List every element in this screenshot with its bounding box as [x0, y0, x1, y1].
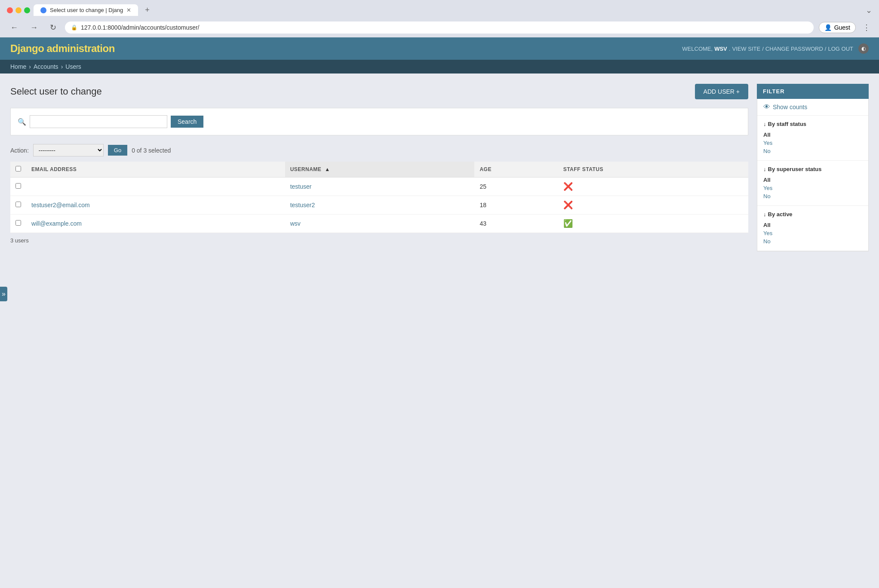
- new-tab-button[interactable]: +: [141, 6, 153, 15]
- breadcrumb-users: Users: [65, 63, 81, 70]
- row-age-0: 25: [474, 178, 558, 196]
- filter-arrow-2: ↓: [763, 211, 766, 217]
- browser-tab[interactable]: Select user to change | Djang ✕: [34, 4, 138, 16]
- select-all-header[interactable]: [10, 162, 26, 178]
- security-icon: 🔒: [71, 24, 77, 31]
- log-out-link[interactable]: LOG OUT: [828, 46, 853, 52]
- go-button[interactable]: Go: [108, 145, 127, 156]
- col-email: EMAIL ADDRESS: [26, 162, 285, 178]
- sidebar-collapse-button[interactable]: »: [0, 287, 7, 301]
- browser-bar: ← → ↻ 🔒 127.0.0.1:8000/admin/accounts/cu…: [7, 19, 872, 37]
- search-bar: 🔍 Search: [10, 108, 748, 135]
- show-counts-label: Show counts: [773, 104, 807, 110]
- email-link-1[interactable]: testuser2@email.com: [31, 202, 90, 208]
- filter-group-1: ↓ By superuser statusAllYesNo: [757, 161, 868, 206]
- col-age: AGE: [474, 162, 558, 178]
- back-button[interactable]: ←: [7, 21, 22, 34]
- row-username-1[interactable]: testuser2: [285, 196, 475, 214]
- profile-label: Guest: [834, 24, 850, 31]
- filter-groups: ↓ By staff statusAllYesNo↓ By superuser …: [757, 116, 868, 251]
- theme-toggle-button[interactable]: ◐: [858, 43, 869, 54]
- welcome-text: WELCOME,: [682, 46, 713, 52]
- filter-link-0-1[interactable]: Yes: [763, 139, 862, 147]
- breadcrumb-bar: Home › Accounts › Users: [0, 60, 879, 74]
- breadcrumb-home[interactable]: Home: [10, 63, 26, 70]
- close-window-button[interactable]: [7, 7, 13, 13]
- row-checkbox-cell[interactable]: [10, 196, 26, 214]
- filter-header: FILTER: [757, 84, 869, 99]
- filter-link-0-2[interactable]: No: [763, 147, 862, 155]
- minimize-window-button[interactable]: [15, 7, 22, 13]
- table-header-row: EMAIL ADDRESS USERNAME ▲ AGE STAFF STATU…: [10, 162, 748, 178]
- table-row: will@example.com wsv 43 ✅: [10, 214, 748, 233]
- row-checkbox-cell[interactable]: [10, 178, 26, 196]
- filter-link-2-1[interactable]: Yes: [763, 229, 862, 237]
- maximize-window-button[interactable]: [24, 7, 30, 13]
- filter-link-1-1[interactable]: Yes: [763, 184, 862, 192]
- username-link-2[interactable]: wsv: [290, 220, 301, 227]
- filter-link-1-2[interactable]: No: [763, 192, 862, 200]
- window-controls: [7, 7, 30, 13]
- search-icon: 🔍: [18, 118, 26, 126]
- row-staff-status-2: ✅: [558, 214, 748, 233]
- header-nav: WELCOME, WSV. VIEW SITE / CHANGE PASSWOR…: [682, 43, 869, 54]
- page-title: Select user to change: [10, 86, 102, 97]
- action-select[interactable]: --------- Delete selected users: [33, 144, 104, 156]
- breadcrumb-sep-1: ›: [29, 63, 31, 70]
- row-email-1: testuser2@email.com: [26, 196, 285, 214]
- row-username-0[interactable]: testuser: [285, 178, 475, 196]
- show-counts-row[interactable]: 👁 Show counts: [757, 99, 868, 116]
- browser-chrome: Select user to change | Djang ✕ + ⌄ ← → …: [0, 0, 879, 37]
- profile-icon: 👤: [824, 24, 832, 31]
- django-admin-title: Django administration: [10, 43, 115, 55]
- row-username-2[interactable]: wsv: [285, 214, 475, 233]
- browser-menu-button[interactable]: ⋮: [861, 21, 872, 34]
- table-row: testuser 25 ❌: [10, 178, 748, 196]
- username-link-0[interactable]: testuser: [290, 183, 312, 190]
- users-table: EMAIL ADDRESS USERNAME ▲ AGE STAFF STATU…: [10, 162, 748, 233]
- select-all-checkbox[interactable]: [15, 166, 21, 172]
- email-link-2[interactable]: will@example.com: [31, 220, 82, 227]
- row-age-2: 43: [474, 214, 558, 233]
- url-text: 127.0.0.1:8000/admin/accounts/customuser…: [81, 24, 808, 31]
- row-checkbox-1[interactable]: [15, 202, 21, 207]
- forward-button[interactable]: →: [27, 21, 41, 34]
- search-button[interactable]: Search: [171, 116, 203, 128]
- filter-sidebar: FILTER 👁 Show counts ↓ By staff statusAl…: [757, 84, 869, 251]
- content-header: Select user to change ADD USER +: [10, 84, 748, 99]
- row-checkbox-cell[interactable]: [10, 214, 26, 233]
- row-email-2: will@example.com: [26, 214, 285, 233]
- filter-group-title-2: ↓ By active: [763, 211, 862, 217]
- filter-link-1-0[interactable]: All: [763, 176, 862, 184]
- filter-arrow-1: ↓: [763, 166, 766, 172]
- filter-arrow-0: ↓: [763, 121, 766, 127]
- table-row: testuser2@email.com testuser2 18 ❌: [10, 196, 748, 214]
- staff-status-icon-0: ❌: [563, 182, 573, 191]
- col-username[interactable]: USERNAME ▲: [285, 162, 475, 178]
- filter-section: 👁 Show counts ↓ By staff statusAllYesNo↓…: [757, 99, 869, 251]
- tab-close-button[interactable]: ✕: [126, 7, 131, 13]
- change-password-link[interactable]: CHANGE PASSWORD: [765, 46, 823, 52]
- selected-count: 0 of 3 selected: [132, 147, 171, 154]
- row-checkbox-2[interactable]: [15, 220, 21, 226]
- action-bar: Action: --------- Delete selected users …: [10, 144, 748, 156]
- filter-link-2-0[interactable]: All: [763, 221, 862, 229]
- address-bar[interactable]: 🔒 127.0.0.1:8000/admin/accounts/customus…: [65, 21, 814, 34]
- search-input[interactable]: [30, 115, 167, 128]
- row-staff-status-0: ❌: [558, 178, 748, 196]
- filter-link-2-2[interactable]: No: [763, 237, 862, 245]
- action-label: Action:: [10, 147, 29, 154]
- tab-list-button[interactable]: ⌄: [866, 6, 872, 15]
- reload-button[interactable]: ↻: [46, 21, 60, 34]
- filter-link-0-0[interactable]: All: [763, 131, 862, 139]
- col-staff-status: STAFF STATUS: [558, 162, 748, 178]
- breadcrumb-accounts[interactable]: Accounts: [34, 63, 58, 70]
- staff-status-icon-2: ✅: [563, 219, 573, 228]
- add-user-button[interactable]: ADD USER +: [695, 84, 748, 99]
- table-body: testuser 25 ❌ testuser2@email.com testus…: [10, 178, 748, 233]
- username-link-1[interactable]: testuser2: [290, 202, 315, 208]
- row-checkbox-0[interactable]: [15, 183, 21, 189]
- profile-button[interactable]: 👤 Guest: [819, 22, 856, 33]
- filter-group-2: ↓ By activeAllYesNo: [757, 206, 868, 251]
- view-site-link[interactable]: VIEW SITE: [732, 46, 760, 52]
